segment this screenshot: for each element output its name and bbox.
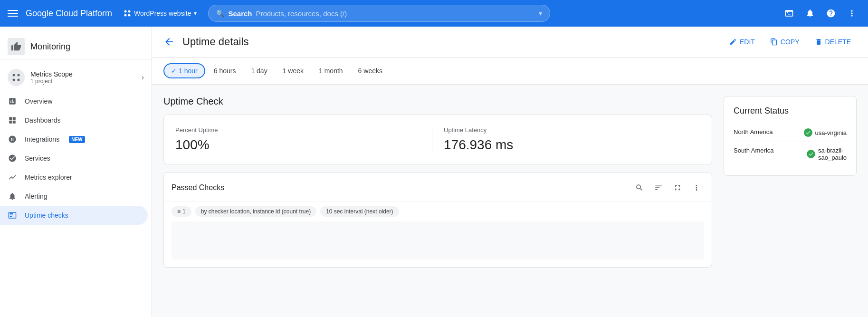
- integrations-icon: [8, 134, 17, 144]
- hamburger-menu[interactable]: [8, 10, 18, 17]
- status-row-north-america: North America usa-virginia: [734, 124, 847, 142]
- edit-button[interactable]: EDIT: [724, 34, 761, 49]
- time-1month[interactable]: 1 month: [312, 64, 350, 77]
- back-button[interactable]: [163, 36, 175, 48]
- edit-icon: [729, 38, 737, 46]
- chart-actions: [632, 180, 704, 195]
- metrics-scope-chevron: ›: [142, 73, 144, 82]
- alerting-label: Alerting: [25, 192, 47, 200]
- sidebar-item-metrics-explorer[interactable]: Metrics explorer: [0, 168, 148, 187]
- north-america-location-text: usa-virginia: [815, 129, 847, 136]
- status-row-south-america: South America sa-brazil- sao_paulo: [734, 142, 847, 166]
- project-selector[interactable]: WordPress website ▾: [120, 8, 200, 19]
- delete-button[interactable]: DELETE: [809, 34, 857, 49]
- search-bar[interactable]: 🔍 Search ▾: [208, 5, 550, 22]
- sidebar-item-dashboards[interactable]: Dashboards: [0, 111, 148, 130]
- main-panel: Uptime Check Percent Uptime 100% Uptime …: [163, 96, 712, 268]
- metrics-scope-text: Metrics Scope 1 project: [30, 70, 136, 85]
- more-chart-button[interactable]: [689, 180, 704, 195]
- services-label: Services: [25, 154, 50, 162]
- copy-label: COPY: [781, 38, 800, 46]
- integrations-label: Integrations: [25, 135, 59, 143]
- content-area: Uptime Check Percent Uptime 100% Uptime …: [152, 85, 868, 279]
- delete-icon: [815, 38, 822, 46]
- overview-icon: [8, 96, 17, 106]
- app-layout: Monitoring Metrics Scope 1 project › Ove…: [0, 27, 868, 317]
- passed-checks-title: Passed Checks: [172, 183, 224, 192]
- notifications-button[interactable]: [801, 5, 819, 22]
- uptime-check-title: Uptime Check: [163, 96, 712, 107]
- time-range-bar: ✓ 1 hour 6 hours 1 day 1 week 1 month 6 …: [152, 58, 868, 85]
- uptime-latency-value: 176.936 ms: [444, 137, 689, 153]
- south-america-status-dot: [807, 150, 815, 158]
- svg-point-1: [128, 10, 131, 13]
- top-navigation: Google Cloud Platform WordPress website …: [0, 0, 868, 27]
- monitoring-label: Monitoring: [30, 42, 70, 52]
- svg-point-5: [18, 74, 20, 77]
- uptime-latency-metric: Uptime Latency 176.936 ms: [432, 126, 700, 153]
- sidebar-item-integrations[interactable]: Integrations NEW: [0, 130, 148, 149]
- expand-chart-button[interactable]: [670, 180, 685, 195]
- percent-uptime-label: Percent Uptime: [175, 126, 420, 134]
- legend-chart-button[interactable]: [651, 180, 666, 195]
- project-name: WordPress website: [134, 10, 191, 17]
- dashboards-label: Dashboards: [25, 116, 61, 124]
- passed-checks-card: Passed Checks: [163, 172, 712, 268]
- chart-filters: ≡ 1 by checker location, instance id (co…: [164, 202, 712, 221]
- sidebar-item-services[interactable]: Services: [0, 149, 148, 168]
- north-america-location: usa-virginia: [804, 128, 847, 137]
- sidebar-item-uptime-checks[interactable]: Uptime checks: [0, 206, 148, 225]
- search-keyboard-shortcut: ▾: [539, 10, 542, 17]
- svg-point-2: [124, 14, 127, 17]
- uptime-checks-icon: [8, 211, 17, 220]
- search-icon: 🔍: [216, 10, 224, 17]
- filter-chip-2[interactable]: by checker location, instance id (count …: [195, 206, 316, 217]
- overview-label: Overview: [25, 97, 52, 105]
- metrics-scope-subtitle: 1 project: [30, 78, 136, 85]
- cloud-shell-button[interactable]: [781, 5, 798, 22]
- metrics-scope-item[interactable]: Metrics Scope 1 project ›: [0, 63, 152, 92]
- svg-point-6: [13, 79, 15, 81]
- page-header: Uptime details EDIT COPY DELETE: [152, 27, 868, 58]
- chart-card-header: Passed Checks: [164, 173, 712, 202]
- copy-button[interactable]: COPY: [764, 34, 805, 49]
- uptime-checks-label: Uptime checks: [25, 211, 68, 219]
- filter-value-1: 1: [182, 208, 186, 215]
- filter-chip-3[interactable]: 10 sec interval (next older): [320, 206, 399, 217]
- time-1hour[interactable]: ✓ 1 hour: [163, 63, 205, 78]
- search-chart-button[interactable]: [632, 180, 647, 195]
- metrics-card: Percent Uptime 100% Uptime Latency 176.9…: [163, 115, 712, 164]
- filter-value-2: by checker location, instance id (count …: [201, 208, 311, 215]
- search-input[interactable]: [256, 10, 535, 18]
- south-america-region: South America: [734, 147, 774, 154]
- time-1day[interactable]: 1 day: [244, 64, 274, 77]
- search-label: Search: [228, 10, 252, 18]
- south-america-location: sa-brazil- sao_paulo: [807, 147, 847, 161]
- north-america-status-dot: [804, 128, 812, 137]
- time-6hours[interactable]: 6 hours: [207, 64, 243, 77]
- help-button[interactable]: [822, 5, 839, 22]
- monitoring-icon: [8, 38, 25, 55]
- sidebar: Monitoring Metrics Scope 1 project › Ove…: [0, 27, 152, 317]
- services-icon: [8, 154, 17, 163]
- south-america-location-text: sa-brazil- sao_paulo: [818, 147, 847, 161]
- edit-label: EDIT: [740, 38, 755, 46]
- sidebar-item-alerting[interactable]: Alerting: [0, 187, 148, 206]
- sidebar-item-overview[interactable]: Overview: [0, 92, 148, 111]
- svg-point-3: [128, 14, 131, 17]
- header-actions: EDIT COPY DELETE: [724, 34, 857, 49]
- metrics-explorer-label: Metrics explorer: [25, 173, 72, 181]
- brand-name: Google Cloud Platform: [26, 9, 112, 19]
- chevron-down-icon: ▾: [194, 10, 197, 17]
- metrics-scope-icon: [8, 69, 25, 86]
- time-1week[interactable]: 1 week: [276, 64, 310, 77]
- uptime-latency-label: Uptime Latency: [444, 126, 689, 134]
- page-title: Uptime details: [182, 36, 716, 48]
- right-panel: Current Status North America usa-virgini…: [724, 96, 857, 268]
- more-options-button[interactable]: [843, 5, 860, 22]
- percent-uptime-value: 100%: [175, 137, 420, 153]
- checkmark-icon: ✓: [171, 67, 177, 75]
- project-dots-icon: [124, 10, 131, 17]
- time-6weeks[interactable]: 6 weeks: [352, 64, 389, 77]
- filter-chip-1[interactable]: ≡ 1: [172, 206, 191, 217]
